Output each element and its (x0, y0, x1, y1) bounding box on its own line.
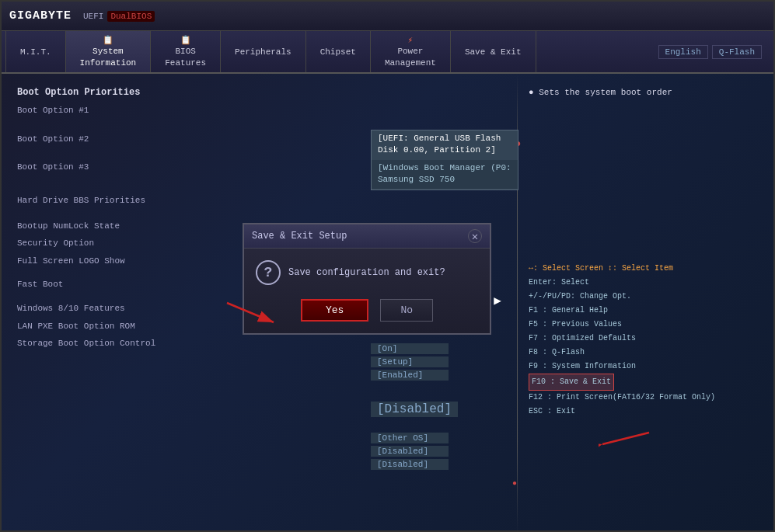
arrow-cursor: ▶ (494, 293, 501, 308)
menu-item-boot2[interactable]: Boot Option #2 (17, 131, 359, 148)
gigabyte-logo: GIGABYTE (9, 9, 72, 23)
val-numlock[interactable]: [On] (371, 343, 449, 354)
nav-item-power[interactable]: ⚡ PowerManagement (371, 31, 451, 72)
val-win810[interactable]: [Other OS] (371, 433, 449, 443)
nav-item-mit[interactable]: M.I.T. (5, 31, 66, 72)
question-icon: ? (256, 260, 281, 285)
key-f5: F5 : Previous Values (529, 318, 762, 332)
dialog-message: Save configuration and exit? (288, 267, 445, 278)
key-f8: F8 : Q-Flash (529, 346, 762, 360)
key-help: ↔: Select Screen ↕: Select Item Enter: S… (529, 262, 762, 419)
no-button[interactable]: No (380, 299, 433, 322)
nav-mit-label: M.I.T. (20, 47, 51, 57)
menu-item-boot3[interactable]: Boot Option #3 (17, 159, 359, 176)
nav-chipset-label: Chipset (320, 47, 356, 57)
yes-button[interactable]: Yes (301, 299, 368, 322)
dialog-title: Save & Exit Setup (252, 231, 347, 242)
menu-item-hdd-priorities[interactable]: Hard Drive BBS Priorities (17, 193, 359, 210)
nav-save-exit-label: Save & Exit (465, 47, 522, 57)
nav-power-label: PowerManagement (385, 46, 436, 68)
dropdown-item-uefi[interactable]: [UEFI: General USB Flash Disk 0.00, Part… (372, 130, 518, 160)
val-lanpxe[interactable]: [Disabled] (371, 446, 449, 457)
key-f12: F12 : Print Screen(FAT16/32 Format Only) (529, 391, 762, 405)
nav-menu: M.I.T. 📋 SystemInformation 📋 BIOSFeature… (2, 31, 773, 74)
nav-item-save-exit[interactable]: Save & Exit (451, 31, 536, 72)
key-select-screen: ↔: Select Screen ↕: Select Item (529, 262, 762, 276)
val-fastboot[interactable]: [Disabled] (371, 402, 458, 417)
key-enter: Enter: Select (529, 276, 762, 290)
nav-bios-label: BIOSFeatures (165, 46, 206, 68)
help-title: ● Sets the system boot order (529, 85, 762, 100)
boot-option-dropdown: [UEFI: General USB Flash Disk 0.00, Part… (371, 130, 518, 190)
dropdown-item-windows[interactable]: [Windows Boot Manager (P0: Samsung SSD 7… (372, 160, 518, 190)
qflash-button[interactable]: Q-Flash (712, 45, 762, 59)
key-change: +/-/PU/PD: Change Opt. (529, 290, 762, 304)
val-row-security: [Setup] (371, 356, 449, 367)
fastboot-val-row: [Disabled] (371, 402, 458, 417)
val-row-numlock: [On] (371, 343, 449, 354)
right-panel: ● Sets the system boot order ↔: Select S… (517, 74, 773, 430)
top-bar: GIGABYTE UEFI DualBIOS (2, 2, 773, 31)
svg-line-3 (602, 433, 649, 444)
nav-system-info-text: SystemInformation (80, 46, 137, 68)
values-section: [On] [Setup] [Enabled] (371, 343, 449, 383)
nav-item-bios-features[interactable]: 📋 BIOSFeatures (151, 31, 221, 72)
menu-item-boot1[interactable]: Boot Option #1 (17, 103, 359, 120)
nav-bios-icon: 📋 (180, 35, 191, 46)
key-f1: F1 : General Help (529, 304, 762, 318)
language-selector[interactable]: English (658, 45, 708, 59)
key-f10: F10 : Save & Exit (529, 374, 614, 391)
nav-right: English Q-Flash (658, 45, 770, 59)
val-security[interactable]: [Setup] (371, 356, 449, 367)
red-arrow-yes (219, 295, 281, 334)
nav-system-info-label: 📋 (103, 35, 113, 46)
win-vals-section: [Other OS] [Disabled] [Disabled] (371, 433, 449, 470)
key-f9: F9 : System Information (529, 360, 762, 374)
key-esc: ESC : Exit (529, 405, 762, 419)
bios-screen: GIGABYTE UEFI DualBIOS M.I.T. 📋 SystemIn… (0, 0, 775, 532)
nav-item-chipset[interactable]: Chipset (306, 31, 371, 72)
val-row-logo: [Enabled] (371, 370, 449, 381)
red-arrow-f10 (599, 425, 653, 456)
nav-item-system-info[interactable]: 📋 SystemInformation (66, 31, 152, 72)
nav-power-icon: ⚡ (408, 35, 414, 46)
val-logo[interactable]: [Enabled] (371, 370, 449, 381)
svg-line-1 (227, 303, 274, 322)
dialog-title-bar: Save & Exit Setup ✕ (244, 224, 490, 249)
val-storage-boot[interactable]: [Disabled] (371, 459, 449, 470)
divider-dot-bottom: ● (512, 479, 517, 488)
dialog-body: ? Save configuration and exit? (244, 249, 490, 293)
uefi-label: UEFI (83, 12, 103, 21)
nav-item-peripherals[interactable]: Peripherals (221, 31, 306, 72)
dualbios-label: DualBIOS (107, 11, 155, 22)
menu-item-storage-boot[interactable]: Storage Boot Option Control (17, 336, 359, 353)
key-f7: F7 : Optimized Defaults (529, 332, 762, 346)
section-title-boot: Boot Option Priorities (17, 85, 359, 100)
nav-peripherals-label: Peripherals (235, 47, 291, 57)
dialog-close-button[interactable]: ✕ (468, 229, 482, 243)
